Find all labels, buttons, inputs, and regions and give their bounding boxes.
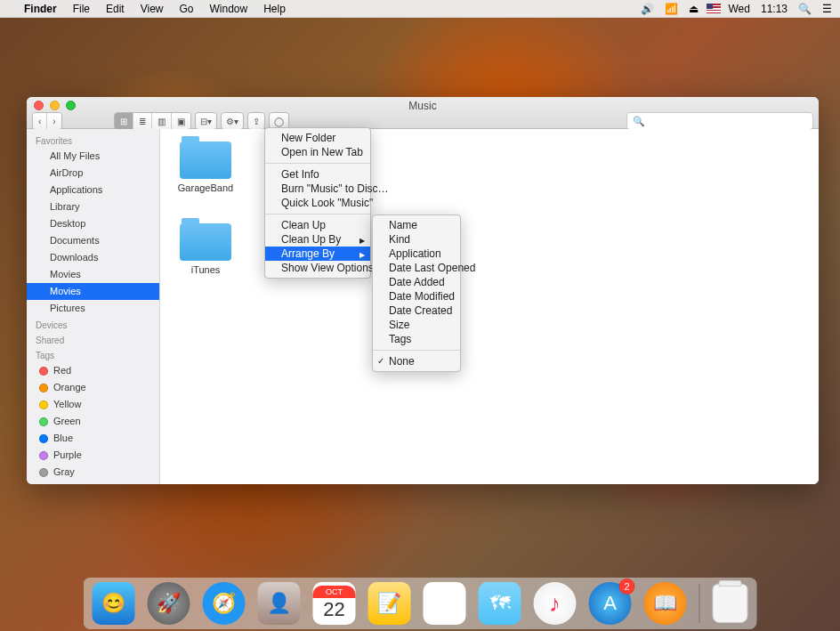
menu-item[interactable]: Clean Up [265, 218, 370, 232]
menu-item[interactable]: Get Info [265, 167, 370, 182]
sidebar-heading-favorites: Favorites [27, 133, 159, 148]
wifi-icon[interactable]: 📶 [662, 3, 681, 15]
dock-notes-icon[interactable]: 📝 [368, 582, 411, 625]
menu-item[interactable]: New Folder [265, 131, 370, 145]
folder-icon [180, 142, 231, 179]
forward-button[interactable]: › [47, 113, 61, 129]
list-view-button[interactable]: ≣ [133, 113, 152, 129]
tag-label: Red [53, 364, 71, 377]
tag-color-dot [39, 434, 48, 443]
sidebar-item[interactable]: Pictures [27, 300, 159, 317]
menu-item[interactable]: Show View Options [265, 261, 370, 275]
notification-center-icon[interactable]: ☰ [820, 3, 835, 15]
view-switcher: ⊞ ≣ ▥ ▣ [114, 112, 191, 130]
eject-icon[interactable]: ⏏ [686, 3, 701, 15]
menu-window[interactable]: Window [202, 3, 256, 15]
window-title: Music [27, 100, 819, 112]
dock-launchpad-icon[interactable]: 🚀 [148, 582, 190, 625]
menu-go[interactable]: Go [172, 3, 202, 15]
sidebar-tag-item[interactable]: Blue [27, 430, 159, 447]
menu-separator [265, 214, 370, 214]
sidebar-tag-item[interactable]: Green [27, 413, 159, 430]
coverflow-view-button[interactable]: ▣ [172, 113, 190, 129]
input-source-flag[interactable] [707, 4, 721, 13]
badge: 2 [619, 578, 635, 595]
finder-window: Music ‹ › ⊞ ≣ ▥ ▣ ⊟▾ ⚙▾ ⇪ ◯ 🔍 Fav [27, 97, 819, 484]
sidebar-tag-item[interactable]: Purple [27, 447, 159, 464]
dock-finder-icon[interactable]: 😊 [93, 582, 135, 625]
sidebar-item[interactable]: Library [27, 198, 159, 215]
menu-help[interactable]: Help [255, 3, 294, 15]
action-button[interactable]: ⚙▾ [221, 112, 244, 130]
menu-item[interactable]: Date Modified [373, 289, 460, 303]
column-view-button[interactable]: ▥ [152, 113, 172, 129]
tag-color-dot [39, 417, 48, 426]
menu-view[interactable]: View [133, 3, 172, 15]
menu-item[interactable]: Date Last Opened [373, 261, 460, 275]
dock-itunes-icon[interactable]: ♪ [534, 582, 577, 625]
titlebar[interactable]: Music ‹ › ⊞ ≣ ▥ ▣ ⊟▾ ⚙▾ ⇪ ◯ 🔍 [27, 97, 819, 129]
sidebar-item[interactable]: Applications [27, 182, 159, 198]
sidebar-tag-item[interactable]: Red [27, 362, 159, 379]
menu-separator [265, 163, 370, 164]
menu-item[interactable]: Date Created [373, 303, 460, 318]
toolbar: ‹ › ⊞ ≣ ▥ ▣ ⊟▾ ⚙▾ ⇪ ◯ 🔍 [32, 113, 813, 129]
folder-itunes[interactable]: iTunes [169, 223, 242, 275]
dock-ibooks-icon[interactable]: 📖 [644, 582, 687, 625]
volume-icon[interactable]: 🔊 [638, 3, 657, 15]
action-context-menu: New FolderOpen in New TabGet InfoBurn "M… [264, 127, 371, 279]
sidebar-tag-item[interactable]: Gray [27, 464, 159, 481]
dock-separator [699, 584, 700, 623]
content-area[interactable]: GarageBand iTunes [160, 129, 819, 484]
sidebar-item[interactable]: Desktop [27, 215, 159, 232]
menu-item[interactable]: Tags [373, 332, 460, 346]
tag-color-dot [39, 451, 48, 460]
tag-label: Blue [53, 432, 73, 445]
folder-garageband[interactable]: GarageBand [169, 142, 242, 193]
menu-item[interactable]: Size [373, 318, 460, 332]
sidebar-heading-tags: Tags [27, 347, 159, 362]
menu-item[interactable]: Date Added [373, 275, 460, 289]
menu-edit[interactable]: Edit [98, 3, 133, 15]
tag-label: Orange [53, 381, 86, 394]
dock-contacts-icon[interactable]: 👤 [258, 582, 301, 625]
tag-label: Purple [53, 449, 82, 462]
menu-item[interactable]: None [373, 354, 460, 368]
dock-calendar-icon[interactable]: OCT22 [313, 582, 356, 625]
dock-trash-icon[interactable] [713, 584, 748, 623]
menu-item[interactable]: Clean Up By [265, 232, 370, 247]
menu-item[interactable]: Kind [373, 232, 460, 247]
dock-safari-icon[interactable]: 🧭 [203, 582, 246, 625]
dock-reminders-icon[interactable]: ☑ [424, 582, 466, 625]
sidebar-item[interactable]: Documents [27, 232, 159, 249]
menu-item[interactable]: Application [373, 247, 460, 261]
clock-day[interactable]: Wed [726, 3, 753, 15]
arrange-by-submenu: NameKindApplicationDate Last OpenedDate … [372, 214, 461, 372]
icon-view-button[interactable]: ⊞ [115, 113, 133, 129]
dock-appstore-icon[interactable]: A2 [589, 582, 632, 625]
dock-maps-icon[interactable]: 🗺 [479, 582, 521, 625]
sidebar-tag-item[interactable]: Orange [27, 379, 159, 396]
sidebar-item[interactable]: All My Files [27, 148, 159, 165]
share-button[interactable]: ⇪ [247, 112, 265, 130]
search-input[interactable]: 🔍 [626, 112, 813, 130]
sidebar-tag-item[interactable]: All Tags… [27, 481, 159, 484]
sidebar-item[interactable]: Movies [27, 266, 159, 283]
menu-item[interactable]: Burn "Music" to Disc… [265, 182, 370, 196]
menu-file[interactable]: File [65, 3, 98, 15]
sidebar-tag-item[interactable]: Yellow [27, 396, 159, 413]
menu-item[interactable]: Name [373, 218, 460, 232]
menu-item[interactable]: Arrange By [265, 247, 370, 261]
spotlight-icon[interactable]: 🔍 [796, 3, 814, 15]
sidebar-item[interactable]: AirDrop [27, 165, 159, 182]
tag-color-dot [39, 468, 48, 477]
menu-item[interactable]: Quick Look "Music" [265, 196, 370, 210]
menu-item[interactable]: Open in New Tab [265, 145, 370, 159]
sidebar-item[interactable]: Downloads [27, 249, 159, 266]
clock-time[interactable]: 11:13 [758, 3, 790, 15]
back-button[interactable]: ‹ [33, 113, 47, 129]
sidebar-item[interactable]: Movies [27, 283, 159, 300]
arrange-button[interactable]: ⊟▾ [195, 112, 217, 130]
menu-separator [373, 350, 460, 351]
app-name[interactable]: Finder [16, 3, 65, 15]
